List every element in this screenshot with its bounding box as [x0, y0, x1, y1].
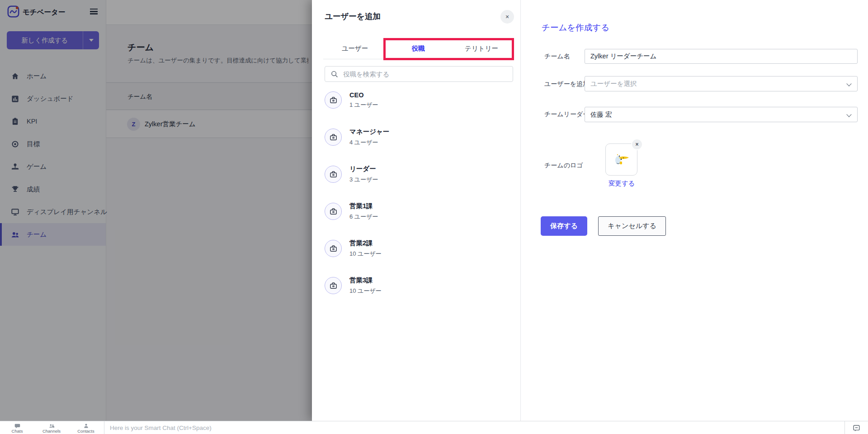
add-users-panel: ユーザーを追加 × ユーザー 役職 テリトリー CEO 1 ユーザー マネージャ…: [312, 0, 520, 421]
contacts-button[interactable]: Contacts: [69, 421, 103, 434]
role-avatar: [325, 203, 342, 220]
role-search-input[interactable]: [343, 67, 510, 81]
role-name: 営業1課: [349, 202, 378, 210]
role-name: マネージャー: [349, 128, 389, 136]
panel-close-button[interactable]: ×: [500, 10, 514, 24]
create-team-panel: チームを作成する チーム名 ユーザーを追加 ユーザーを選択 チームリーダー 佐藤…: [520, 0, 868, 434]
chevron-down-icon: [846, 112, 851, 117]
add-users-select[interactable]: ユーザーを選択: [585, 76, 858, 91]
panel-title: ユーザーを追加: [325, 11, 381, 22]
smart-chat-bar: Chats Channels Contacts: [0, 421, 868, 434]
team-leader-value: 佐藤 宏: [590, 110, 612, 119]
role-item-ceo[interactable]: CEO 1 ユーザー: [325, 89, 514, 111]
role-avatar: [325, 91, 342, 109]
briefcase-icon: [329, 207, 338, 216]
role-avatar: [325, 166, 342, 183]
add-users-label: ユーザーを追加: [544, 80, 589, 88]
briefcase-icon: [329, 244, 338, 253]
cancel-button[interactable]: キャンセルする: [598, 216, 666, 236]
change-logo-link[interactable]: 変更する: [609, 179, 635, 188]
briefcase-icon: [329, 96, 338, 105]
role-user-count: 6 ユーザー: [349, 213, 378, 221]
tab-roles[interactable]: 役職: [387, 41, 450, 59]
team-name-input[interactable]: [585, 49, 858, 64]
form-title: チームを作成する: [542, 22, 609, 33]
chevron-down-icon: [846, 81, 851, 86]
chat-widget-button[interactable]: [844, 421, 868, 434]
tab-territory[interactable]: テリトリー: [450, 41, 513, 59]
role-user-count: 1 ユーザー: [349, 101, 378, 109]
role-item-leader[interactable]: リーダー 3 ユーザー: [325, 163, 514, 185]
role-avatar: [325, 129, 342, 146]
team-leader-select[interactable]: 佐藤 宏: [585, 107, 858, 122]
channels-label: Channels: [42, 429, 61, 434]
remove-logo-button[interactable]: ×: [632, 139, 642, 149]
smart-chat-input[interactable]: [104, 424, 783, 431]
role-name: CEO: [349, 91, 378, 99]
contacts-label: Contacts: [77, 429, 94, 434]
role-user-count: 10 ユーザー: [349, 250, 382, 258]
role-user-count: 3 ユーザー: [349, 176, 378, 184]
briefcase-icon: [329, 281, 338, 290]
team-name-label: チーム名: [544, 52, 570, 61]
role-user-count: 4 ユーザー: [349, 138, 389, 147]
role-item-sales3[interactable]: 営業3課 10 ユーザー: [325, 275, 514, 296]
tab-users[interactable]: ユーザー: [323, 41, 387, 59]
team-logo-thumbnail[interactable]: [605, 143, 637, 176]
briefcase-icon: [329, 133, 338, 142]
role-avatar: [325, 277, 342, 294]
search-icon: [330, 70, 339, 78]
role-item-sales1[interactable]: 営業1課 6 ユーザー: [325, 200, 514, 222]
chat-widget-icon: [853, 424, 860, 432]
add-users-placeholder: ユーザーを選択: [590, 80, 637, 88]
team-logo-image: [613, 152, 631, 167]
close-icon: ×: [505, 13, 509, 20]
role-avatar: [325, 240, 342, 257]
role-search-box: [325, 66, 513, 82]
panel-tabs: ユーザー 役職 テリトリー: [323, 41, 513, 59]
role-item-sales2[interactable]: 営業2課 10 ユーザー: [325, 238, 514, 259]
role-list: CEO 1 ユーザー マネージャー 4 ユーザー リーダー 3 ユーザー: [325, 89, 514, 312]
save-button[interactable]: 保存する: [541, 216, 587, 236]
role-item-manager[interactable]: マネージャー 4 ユーザー: [325, 126, 514, 148]
channels-button[interactable]: Channels: [34, 421, 69, 434]
role-name: 営業2課: [349, 239, 382, 248]
team-logo-label: チームのロゴ: [544, 162, 583, 170]
role-user-count: 10 ユーザー: [349, 287, 382, 295]
role-name: 営業3課: [349, 276, 382, 285]
close-icon: ×: [635, 141, 638, 148]
chats-label: Chats: [12, 429, 23, 434]
role-name: リーダー: [349, 165, 378, 173]
chats-button[interactable]: Chats: [0, 421, 34, 434]
smart-chat-input-area: [104, 421, 844, 434]
briefcase-icon: [329, 170, 338, 179]
team-leader-label: チームリーダー: [544, 110, 589, 119]
